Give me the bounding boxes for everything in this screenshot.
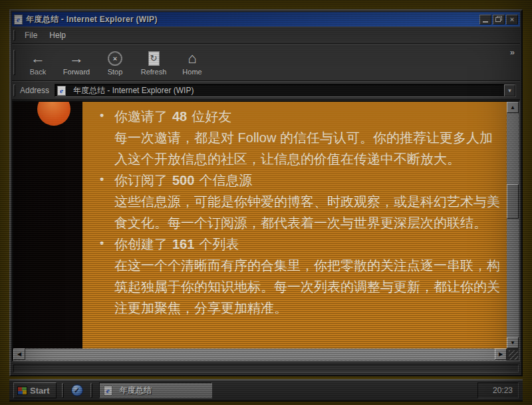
quick-launch-icon: ✓ — [71, 384, 83, 396]
sun-logo-icon — [37, 102, 70, 126]
horizontal-scrollbar[interactable]: ◀ ▶ — [13, 348, 507, 360]
ie-task-icon: e — [104, 386, 112, 396]
menu-help[interactable]: Help — [43, 29, 72, 42]
address-label: Address — [20, 86, 49, 95]
list-item: • 你创建了161个列表 在这一个个清晰而有序的合集里，你把零散的关注点逐一串联… — [114, 233, 501, 319]
stat-number: 48 — [172, 109, 187, 124]
list-item: • 你订阅了500个信息源 这些信息源，可能是你钟爱的博客、时政观察，或是科幻艺… — [114, 170, 501, 233]
start-button[interactable]: Start — [13, 382, 57, 398]
arrow-up-icon: ▲ — [510, 104, 515, 110]
address-input[interactable]: e 年度总结 - Internet Explorer (WIP) ▼ — [55, 84, 516, 97]
stat-title: 你创建了161个列表 — [114, 233, 501, 255]
restore-icon — [495, 17, 501, 22]
stop-icon: × — [108, 51, 122, 66]
task-button-label: 年度总结 — [120, 385, 152, 396]
close-button[interactable]: × — [506, 15, 518, 25]
start-label: Start — [30, 386, 50, 396]
home-button[interactable]: ⌂ Home — [173, 46, 211, 79]
stat-number: 500 — [172, 173, 194, 188]
windows-flag-icon — [18, 387, 27, 394]
stat-number: 161 — [172, 237, 194, 251]
close-icon: × — [510, 15, 514, 23]
chevron-down-icon: ▼ — [507, 88, 513, 94]
status-pane — [13, 364, 519, 372]
ie-document-icon: e — [14, 15, 23, 25]
toolbar-grip[interactable] — [13, 50, 15, 75]
menu-file[interactable]: File — [19, 29, 43, 42]
window-title: 年度总结 - Internet Explorer (WIP) — [26, 14, 478, 25]
addressbar-grip[interactable] — [13, 84, 15, 96]
toolbar-overflow-icon[interactable]: » — [510, 47, 515, 57]
browser-window: e 年度总结 - Internet Explorer (WIP) × File … — [9, 9, 523, 376]
arrow-down-icon: ▼ — [510, 340, 515, 346]
status-bar — [12, 363, 520, 374]
title-bar[interactable]: e 年度总结 - Internet Explorer (WIP) × — [12, 12, 520, 27]
stat-title: 你邀请了48位好友 — [114, 106, 501, 127]
scroll-down-button[interactable]: ▼ — [507, 337, 519, 348]
address-value: 年度总结 - Internet Explorer (WIP) — [73, 85, 504, 96]
scroll-up-button[interactable]: ▲ — [507, 102, 519, 113]
bullet-icon: • — [100, 105, 104, 126]
stat-description: 这些信息源，可能是你钟爱的博客、时政观察，或是科幻艺术与美食文化。每一个订阅源，… — [114, 191, 501, 233]
home-icon: ⌂ — [188, 50, 196, 67]
forward-button[interactable]: → Forward — [57, 46, 96, 79]
scroll-right-button[interactable]: ▶ — [495, 348, 507, 360]
browser-content-area: • 你邀请了48位好友 每一次邀请，都是对 Follow 的信任与认可。你的推荐… — [12, 100, 520, 362]
address-bar: Address e 年度总结 - Internet Explorer (WIP)… — [12, 81, 520, 100]
taskbar-divider — [90, 383, 92, 398]
bullet-icon: • — [100, 169, 104, 190]
back-label: Back — [30, 68, 46, 76]
quick-launch-button[interactable]: ✓ — [69, 382, 85, 398]
page-sidebar — [13, 102, 82, 348]
vertical-scrollbar[interactable]: ▲ ▼ — [507, 102, 519, 348]
ie-page-icon: e — [57, 86, 66, 96]
arrow-left-icon: ◀ — [17, 351, 21, 357]
refresh-icon: ↻ — [148, 51, 160, 66]
summary-list: • 你邀请了48位好友 每一次邀请，都是对 Follow 的信任与认可。你的推荐… — [92, 106, 501, 319]
scroll-left-button[interactable]: ◀ — [13, 348, 25, 360]
resize-corner[interactable] — [507, 348, 519, 360]
stop-button[interactable]: × Stop — [96, 46, 134, 79]
menubar-grip[interactable] — [13, 30, 15, 41]
bullet-icon: • — [100, 233, 104, 254]
page-body: • 你邀请了48位好友 每一次邀请，都是对 Follow 的信任与认可。你的推荐… — [82, 102, 507, 348]
minimize-button[interactable] — [479, 15, 491, 25]
forward-arrow-icon: → — [69, 50, 84, 67]
list-item: • 你邀请了48位好友 每一次邀请，都是对 Follow 的信任与认可。你的推荐… — [114, 106, 501, 170]
stop-label: Stop — [108, 68, 123, 76]
minimize-icon — [483, 21, 488, 23]
stat-description: 在这一个个清晰而有序的合集里，你把零散的关注点逐一串联，构筑起独属于你的知识地标… — [114, 255, 501, 319]
stat-description: 每一次邀请，都是对 Follow 的信任与认可。你的推荐让更多人加入这个开放信息… — [114, 127, 501, 170]
refresh-label: Refresh — [141, 68, 167, 76]
menu-bar: File Help — [12, 27, 520, 44]
page-viewport: • 你邀请了48位好友 每一次邀请，都是对 Follow 的信任与认可。你的推荐… — [13, 102, 507, 348]
address-dropdown-button[interactable]: ▼ — [504, 84, 515, 96]
taskbar-divider — [62, 383, 64, 398]
home-label: Home — [182, 68, 201, 76]
forward-label: Forward — [63, 68, 90, 76]
vertical-scrollbar-thumb[interactable] — [507, 184, 519, 219]
taskbar: Start ✓ e 年度总结 20:23 — [9, 379, 523, 400]
resize-grip-icon — [509, 350, 518, 360]
arrow-right-icon: ▶ — [499, 351, 503, 357]
stat-title: 你订阅了500个信息源 — [114, 170, 501, 191]
refresh-button[interactable]: ↻ Refresh — [134, 46, 173, 79]
back-button[interactable]: ← Back — [19, 46, 57, 79]
clock: 20:23 — [493, 386, 513, 395]
toolbar: ← Back → Forward × Stop ↻ Refresh ⌂ Home… — [12, 44, 520, 81]
task-button-active[interactable]: e 年度总结 — [99, 382, 212, 398]
restore-button[interactable] — [493, 15, 505, 25]
back-arrow-icon: ← — [31, 50, 45, 67]
system-tray[interactable]: 20:23 — [477, 382, 519, 398]
